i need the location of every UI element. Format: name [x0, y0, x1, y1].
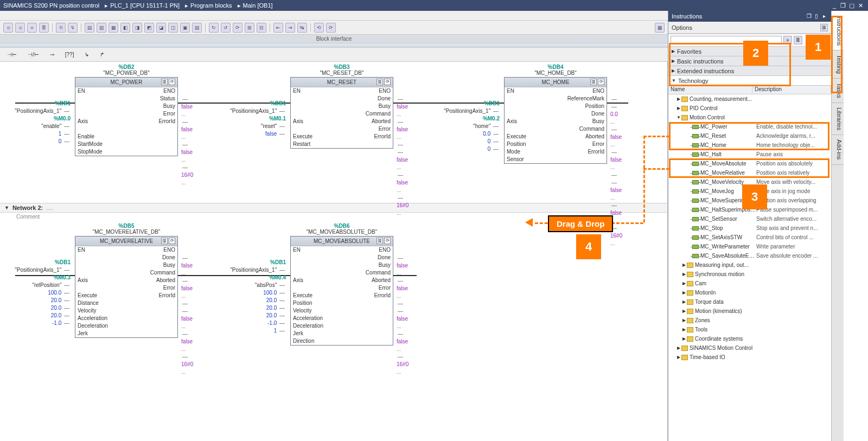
tree-row[interactable]: MC_PowerEnable, disable technol... — [668, 122, 831, 131]
tree-row[interactable]: ▶Counting, measurement... — [668, 94, 831, 104]
max-button[interactable]: ▢ — [847, 0, 856, 11]
fb-moveabs[interactable]: %DB6 "MC_MOVEABSOLUTE_DB" MC_MOVEABSOLUT… — [290, 223, 393, 346]
tree-row[interactable]: MC_SetSensorSwitch alternative enco... — [668, 214, 831, 223]
breadcrumb-2[interactable]: Program blocks — [190, 0, 232, 11]
breadcrumb-3[interactable]: Main [OB1] — [243, 0, 273, 11]
ladder-editor[interactable]: %DB2 "MC_POWER_DB" MC_POWER▥⟳ ENENOStatu… — [0, 62, 668, 441]
tree-row[interactable]: ▶Torque data — [668, 297, 831, 306]
tree-row[interactable]: MC_SaveAbsoluteEnc...Save absolute encod… — [668, 251, 831, 260]
tb-23[interactable]: ⇥ — [285, 23, 295, 33]
tb-24[interactable]: ↹ — [297, 23, 307, 33]
options-gear-icon[interactable]: ▥ — [820, 24, 828, 31]
panel-pin-icon[interactable]: ❐ — [805, 11, 813, 22]
fb-power[interactable]: %DB2 "MC_POWER_DB" MC_POWER▥⟳ ENENOStatu… — [75, 64, 178, 156]
callout-1: 1 — [806, 35, 831, 60]
tb-17[interactable]: ↻ — [209, 23, 219, 33]
tb-1[interactable]: ⎋ — [3, 23, 13, 33]
min-button[interactable]: _ — [830, 0, 839, 11]
tree-row[interactable]: ▶Coordinate systems — [668, 334, 831, 343]
tree-row[interactable]: MC_HaltPause axis — [668, 150, 831, 159]
sym-nc[interactable]: ⊣⊢ — [3, 50, 21, 59]
acc-extended[interactable]: ▶Extended instructions — [668, 66, 831, 76]
tree-row[interactable]: ▼Motion Control — [668, 113, 831, 122]
fb-home[interactable]: %DB4 "MC_HOME_DB" MC_HOME▥⟳ ENENOReferen… — [504, 64, 607, 164]
tb-18[interactable]: ↺ — [221, 23, 231, 33]
tb-15[interactable]: ▣ — [180, 23, 190, 33]
tree-row[interactable]: ▶PID Control — [668, 104, 831, 113]
tb-4[interactable]: ≣ — [39, 23, 49, 33]
sym-branch2[interactable]: ↱ — [96, 50, 108, 59]
sidetab-libraries[interactable]: Libraries — [832, 103, 844, 135]
ladder-toolbar: ⊣⊢ ⊣/⊢ ⊸ [??] ↳ ↱ — [0, 48, 668, 62]
sidetab-tasks[interactable]: Tasks — [832, 79, 844, 103]
tree-row[interactable]: ▶MotionIn — [668, 288, 831, 297]
tb-settings[interactable]: ▦ — [655, 23, 665, 33]
drag-drop-label: Drag & Drop — [548, 215, 613, 232]
tb-13[interactable]: ◪ — [156, 23, 166, 33]
tree-row[interactable]: ▶Time-based IO — [668, 353, 831, 362]
tree-row[interactable]: MC_MoveAbsolutePosition axis absolutely — [668, 159, 831, 168]
fb-reset[interactable]: %DB3 "MC_RESET_DB" MC_RESET▥⟳ ENENODoneB… — [290, 64, 393, 149]
tree-row[interactable]: MC_WriteParameterWrite parameter — [668, 242, 831, 251]
tree-row[interactable]: ▶Zones — [668, 316, 831, 325]
restore-button[interactable]: ❐ — [839, 0, 847, 11]
tb-22[interactable]: ⇤ — [273, 23, 283, 33]
tree-row[interactable]: MC_HomeHome technology obje... — [668, 140, 831, 150]
instructions-tree[interactable]: ▶Counting, measurement...▶PID Control▼Mo… — [668, 94, 831, 441]
tb-5[interactable]: ⎘ — [56, 23, 66, 33]
sym-box[interactable]: [??] — [61, 50, 78, 59]
fb-moverel[interactable]: %DB5 "MC_MOVERELATIVE_DB" MC_MOVERELATIV… — [75, 223, 178, 338]
sym-branch[interactable]: ↳ — [81, 50, 93, 59]
tb-14[interactable]: ◫ — [168, 23, 178, 33]
drag-arrow-head — [525, 218, 533, 227]
tree-row[interactable]: MC_MoveRelativePosition axis relatively — [668, 168, 831, 177]
network-2-title: Network 2: — [12, 204, 43, 211]
network-1: %DB2 "MC_POWER_DB" MC_POWER▥⟳ ENENOStatu… — [0, 62, 667, 203]
tb-19[interactable]: ⟳ — [233, 23, 242, 33]
instructions-header: Instructions ❐ ▯ ▸ — [668, 11, 831, 22]
tree-row[interactable]: ▶Tools — [668, 325, 831, 334]
acc-technology[interactable]: ▼Technology — [668, 76, 831, 86]
panel-opt-icon[interactable]: ▯ — [813, 11, 820, 22]
tb-6[interactable]: ↯ — [68, 23, 78, 33]
tb-10[interactable]: ◧ — [120, 23, 130, 33]
tree-row[interactable]: ▶SINAMICS Motion Control — [668, 343, 831, 353]
breadcrumb-1[interactable]: PLC_1 [CPU 1511T-1 PN] — [110, 0, 180, 11]
tree-row[interactable]: MC_ResetAcknowledge alarms, r... — [668, 131, 831, 140]
sidetab-testing[interactable]: Testing — [832, 50, 844, 79]
tb-26[interactable]: ⟳ — [326, 23, 336, 33]
tb-16[interactable]: ▤ — [192, 23, 202, 33]
tree-row[interactable]: ▶Motion (kinematics) — [668, 306, 831, 316]
grip-bar[interactable] — [0, 43, 668, 48]
tb-8[interactable]: ▥ — [97, 23, 106, 33]
sym-no[interactable]: ⊣/⊢ — [24, 50, 43, 59]
instructions-panel: Instructions ❐ ▯ ▸ Options ▥ ≡ ≣ ⟳ ◧ ▶Fa… — [668, 11, 831, 441]
tb-2[interactable]: ⎋ — [15, 23, 25, 33]
sidetab-instructions[interactable]: Instructions — [832, 11, 844, 50]
tree-row[interactable]: ▶Synchronous motion — [668, 270, 831, 279]
sym-coil[interactable]: ⊸ — [46, 50, 58, 59]
tb-25[interactable]: ⟲ — [314, 23, 324, 33]
tree-row[interactable]: ▶Cam — [668, 279, 831, 288]
tb-21[interactable]: ⊟ — [257, 23, 266, 33]
tb-7[interactable]: ▤ — [85, 23, 94, 33]
search-btn-2[interactable]: ≣ — [794, 36, 802, 44]
sidetab-addins[interactable]: Add-ins — [832, 135, 844, 164]
tb-3[interactable]: ≡ — [27, 23, 37, 33]
tree-header: Name Description — [668, 86, 831, 94]
network-2-header[interactable]: ▼ Network 2: .... — [0, 203, 667, 213]
panel-chevron-icon[interactable]: ▸ — [820, 11, 828, 22]
block-interface-bar[interactable]: Block interface — [0, 35, 668, 43]
tree-row[interactable]: MC_StopStop axis and prevent n... — [668, 223, 831, 233]
options-bar[interactable]: Options ▥ — [668, 22, 831, 34]
close-button[interactable]: ✕ — [856, 0, 865, 11]
tree-row[interactable]: ▶Measuring input, out... — [668, 260, 831, 270]
tb-12[interactable]: ◩ — [144, 23, 154, 33]
tree-row[interactable]: MC_SetAxisSTWControl bits of control ... — [668, 233, 831, 242]
tb-9[interactable]: ▦ — [108, 23, 118, 33]
tb-11[interactable]: ◨ — [132, 23, 142, 33]
breadcrumb-0[interactable]: SINAMICS S200 PN position control — [3, 0, 99, 11]
tb-20[interactable]: ⊞ — [245, 23, 254, 33]
collapse-icon[interactable]: ▼ — [4, 205, 9, 210]
search-btn-1[interactable]: ≡ — [783, 36, 792, 44]
